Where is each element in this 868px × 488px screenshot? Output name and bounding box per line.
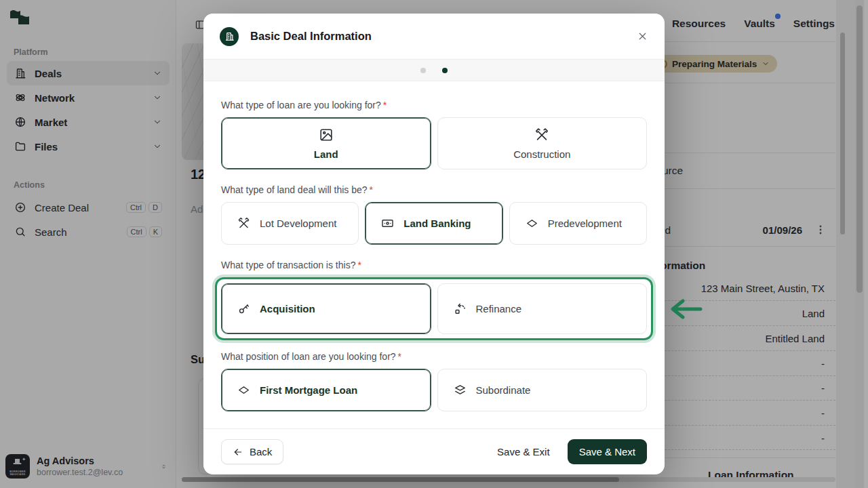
option-lot-development[interactable]: Lot Development (221, 202, 359, 245)
question-text: What type of loan are you looking for? (221, 100, 381, 110)
step-indicator (203, 59, 665, 81)
image-icon (319, 127, 334, 142)
option-land[interactable]: Land (221, 117, 431, 169)
option-label: Predevelopment (548, 218, 622, 229)
option-acquisition[interactable]: Acquisition (221, 283, 431, 334)
banknote-icon (381, 217, 394, 230)
required-marker: * (383, 100, 387, 110)
modal-body: What type of loan are you looking for?* … (203, 81, 665, 428)
question-label: What type of loan are you looking for?* (221, 100, 647, 110)
required-marker: * (357, 260, 361, 270)
option-subordinate[interactable]: Subordinate (437, 369, 648, 411)
options-row: First Mortgage Loan Subordinate (221, 369, 647, 411)
question-label: What type of transaction is this?* (221, 260, 647, 270)
option-land-banking[interactable]: Land Banking (365, 202, 502, 245)
step-dot-2 (442, 68, 448, 73)
diamond-icon (526, 217, 538, 230)
option-label: Subordinate (476, 384, 531, 396)
close-icon (637, 30, 648, 42)
option-label: Acquisition (260, 303, 315, 314)
save-exit-button[interactable]: Save & Exit (486, 439, 561, 464)
step-dot-1 (420, 68, 426, 73)
option-label: Construction (513, 148, 570, 160)
footer-actions: Save & Exit Save & Next (486, 439, 647, 464)
question-transaction-type: What type of transaction is this?* Acqui… (221, 260, 647, 340)
layers-icon (454, 384, 467, 396)
modal-header: Basic Deal Information (203, 14, 665, 59)
deal-building-icon (220, 27, 239, 46)
question-text: What type of transaction is this? (221, 260, 355, 270)
options-row: Land Construction (221, 117, 647, 169)
question-loan-type: What type of loan are you looking for?* … (221, 100, 647, 169)
option-predevelopment[interactable]: Predevelopment (509, 202, 647, 245)
option-label: Lot Development (260, 218, 336, 229)
required-marker: * (398, 351, 401, 362)
option-label: Refinance (476, 303, 522, 314)
option-label: Land (314, 148, 338, 160)
option-label: Land Banking (403, 218, 471, 229)
crossed-tools-icon (534, 127, 549, 142)
annotation-highlight: Acquisition Refinance (215, 277, 653, 340)
back-label: Back (250, 446, 272, 458)
options-row: Lot Development Land Banking Predevelopm… (221, 202, 647, 245)
required-marker: * (370, 184, 373, 195)
key-icon (237, 302, 250, 315)
diamond-icon (237, 384, 250, 396)
option-label: First Mortgage Loan (260, 384, 357, 396)
question-land-deal-type: What type of land deal will this be?* Lo… (221, 184, 647, 245)
app-window: Platform Deals Network Market Files (0, 0, 868, 488)
option-first-mortgage-loan[interactable]: First Mortgage Loan (221, 369, 431, 411)
option-construction[interactable]: Construction (437, 117, 648, 169)
back-button[interactable]: Back (221, 439, 283, 464)
modal-footer: Back Save & Exit Save & Next (203, 428, 665, 474)
question-loan-position: What position of loan are you looking fo… (221, 351, 647, 411)
option-refinance[interactable]: Refinance (437, 283, 648, 334)
modal-title: Basic Deal Information (250, 30, 372, 43)
arrow-left-icon (233, 447, 243, 458)
refresh-square-icon (454, 302, 467, 315)
save-next-button[interactable]: Save & Next (568, 439, 647, 464)
crossed-tools-icon (237, 217, 250, 230)
close-button[interactable] (637, 30, 648, 42)
question-text: What type of land deal will this be? (221, 184, 368, 195)
annotation-arrow-icon (665, 296, 703, 322)
basic-deal-information-modal: Basic Deal Information What type of loan… (203, 14, 665, 474)
options-row: Acquisition Refinance (221, 283, 647, 334)
question-label: What type of land deal will this be?* (221, 184, 647, 195)
question-text: What position of loan are you looking fo… (221, 351, 396, 362)
question-label: What position of loan are you looking fo… (221, 351, 647, 362)
